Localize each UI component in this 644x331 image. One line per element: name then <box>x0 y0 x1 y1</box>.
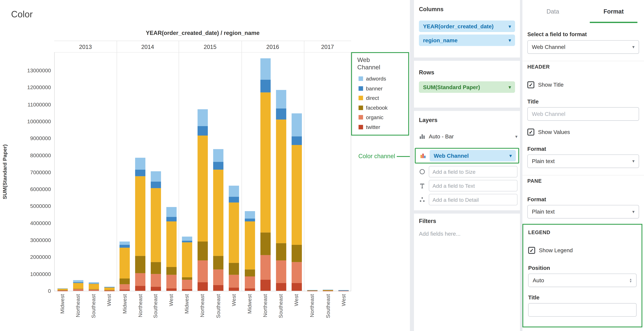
bar-segment-facebook[interactable] <box>166 267 176 275</box>
legend-title-input[interactable] <box>528 303 636 317</box>
bar-segment-direct[interactable] <box>166 221 176 267</box>
bar-segment-direct[interactable] <box>88 284 99 289</box>
bar-segment-organic[interactable] <box>73 289 83 290</box>
bar-segment-banner[interactable] <box>213 162 224 170</box>
bar-segment-facebook[interactable] <box>229 263 239 275</box>
show-values-checkbox[interactable]: ✓ Show Values <box>527 129 570 136</box>
text-field-dropzone[interactable]: Add a field to Text <box>429 180 518 191</box>
columns-pill-region[interactable]: region_name ▾ <box>419 34 515 46</box>
header-format-select[interactable]: Plain text ▾ <box>527 154 639 168</box>
bar-segment-banner[interactable] <box>135 170 146 176</box>
pane-format-select[interactable]: Plain text ▾ <box>527 205 639 218</box>
bar-segment-twitter[interactable] <box>120 290 130 291</box>
bar-segment-organic[interactable] <box>88 290 99 290</box>
legend-item[interactable]: adwords <box>358 74 408 84</box>
bar-segment-direct[interactable] <box>323 290 333 290</box>
bar-segment-adwords[interactable] <box>307 290 317 290</box>
bar-segment-banner[interactable] <box>166 217 176 221</box>
bar-segment-facebook[interactable] <box>198 242 208 260</box>
bar-segment-facebook[interactable] <box>291 245 302 262</box>
bar-segment-adwords[interactable] <box>245 211 255 219</box>
bar-segment-banner[interactable] <box>150 181 161 188</box>
bar-segment-adwords[interactable] <box>73 280 83 282</box>
bar-segment-adwords[interactable] <box>88 282 99 283</box>
bar-segment-direct[interactable] <box>150 188 161 262</box>
bar-segment-twitter[interactable] <box>88 290 99 291</box>
bar-segment-direct[interactable] <box>135 176 146 256</box>
bar-segment-direct[interactable] <box>198 136 208 242</box>
bar-segment-direct[interactable] <box>120 248 130 278</box>
bar-segment-twitter[interactable] <box>245 288 255 291</box>
bar-segment-twitter[interactable] <box>198 282 208 291</box>
bar-segment-banner[interactable] <box>260 80 270 92</box>
bar-segment-direct[interactable] <box>276 120 286 244</box>
bar-segment-organic[interactable] <box>120 284 130 289</box>
bar-segment-adwords[interactable] <box>104 286 114 287</box>
bar-segment-organic[interactable] <box>245 276 255 288</box>
bar-segment-adwords[interactable] <box>323 290 333 290</box>
legend-item[interactable]: facebook <box>358 103 408 112</box>
show-legend-checkbox[interactable]: ✓ Show Legend <box>528 247 573 254</box>
bar-segment-facebook[interactable] <box>73 288 83 289</box>
bar-segment-direct[interactable] <box>307 290 317 290</box>
bar-segment-twitter[interactable] <box>73 290 83 291</box>
bar-segment-twitter[interactable] <box>276 283 286 291</box>
bar-segment-facebook[interactable] <box>245 270 255 276</box>
bar-segment-adwords[interactable] <box>276 90 286 108</box>
legend-item[interactable]: banner <box>358 84 408 93</box>
bar-segment-twitter[interactable] <box>182 289 192 291</box>
bar-segment-facebook[interactable] <box>88 289 99 290</box>
bar-segment-adwords[interactable] <box>260 58 270 80</box>
show-title-checkbox[interactable]: ✓ Show Title <box>527 81 564 88</box>
columns-pill-year[interactable]: YEAR(order_created_date) ▾ <box>419 20 515 32</box>
bar-segment-organic[interactable] <box>57 290 68 290</box>
bar-segment-direct[interactable] <box>245 221 255 270</box>
bar-segment-banner[interactable] <box>276 108 286 119</box>
bar-segment-adwords[interactable] <box>338 290 349 290</box>
bar-segment-organic[interactable] <box>323 290 333 291</box>
bar-segment-facebook[interactable] <box>135 256 146 273</box>
bar-segment-adwords[interactable] <box>120 242 130 245</box>
legend-position-select[interactable]: Auto ▲▼ <box>528 274 636 287</box>
legend-item[interactable]: twitter <box>358 122 408 132</box>
bar-segment-twitter[interactable] <box>291 283 302 291</box>
legend-item[interactable]: direct <box>358 93 408 103</box>
bar-segment-facebook[interactable] <box>104 290 114 290</box>
bar-segment-direct[interactable] <box>260 92 270 232</box>
bar-segment-twitter[interactable] <box>150 286 161 291</box>
layer-chart-type-row[interactable]: Auto - Bar ▾ <box>419 131 518 142</box>
bar-segment-twitter[interactable] <box>135 286 146 291</box>
bar-segment-adwords[interactable] <box>291 114 302 136</box>
filters-dropzone[interactable]: Add fields here... <box>419 231 460 237</box>
bar-segment-twitter[interactable] <box>260 280 270 291</box>
bar-segment-banner[interactable] <box>229 197 239 203</box>
bar-segment-facebook[interactable] <box>120 278 130 284</box>
tab-format[interactable]: Format <box>583 0 644 23</box>
bar-segment-banner[interactable] <box>182 241 192 242</box>
bar-segment-twitter[interactable] <box>166 288 176 291</box>
bar-segment-facebook[interactable] <box>213 256 224 270</box>
bar-segment-organic[interactable] <box>104 290 114 290</box>
bar-segment-twitter[interactable] <box>213 285 224 291</box>
header-title-input[interactable] <box>527 107 639 121</box>
bar-segment-organic[interactable] <box>198 260 208 282</box>
bar-segment-direct[interactable] <box>213 170 224 256</box>
bar-segment-adwords[interactable] <box>150 171 161 182</box>
bar-segment-direct[interactable] <box>104 287 114 290</box>
bar-segment-organic[interactable] <box>166 275 176 288</box>
color-channel-field-pill[interactable]: Web Channel ▾ <box>430 150 516 161</box>
bar-segment-twitter[interactable] <box>229 288 239 291</box>
rows-pill-sum[interactable]: SUM(Standard Paper) ▾ <box>419 81 515 93</box>
size-field-dropzone[interactable]: Add a field to Size <box>429 166 518 177</box>
bar-segment-adwords[interactable] <box>182 236 192 241</box>
detail-field-dropzone[interactable]: Add a field to Detail <box>429 194 518 205</box>
bar-segment-organic[interactable] <box>182 280 192 289</box>
bar-segment-direct[interactable] <box>291 145 302 245</box>
bar-segment-adwords[interactable] <box>229 186 239 196</box>
bar-segment-organic[interactable] <box>135 273 146 286</box>
bar-segment-banner[interactable] <box>120 245 130 248</box>
bar-segment-adwords[interactable] <box>213 149 224 162</box>
bar-segment-organic[interactable] <box>276 260 286 283</box>
field-to-format-select[interactable]: Web Channel ▾ <box>527 40 639 54</box>
bar-segment-organic[interactable] <box>213 270 224 285</box>
